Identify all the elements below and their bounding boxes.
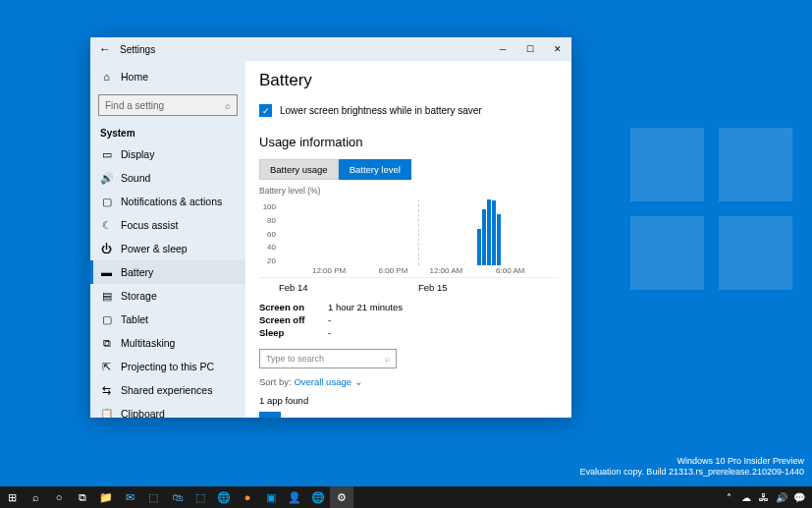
app-search-input[interactable]: Type to search ⌕ (259, 349, 397, 368)
taskbar-app[interactable]: 🌐 (306, 486, 330, 508)
level-bars (477, 199, 501, 265)
projecting-icon: ⇱ (100, 361, 113, 373)
taskview-button[interactable]: ⧉ (71, 486, 94, 508)
sidebar-item-projecting[interactable]: ⇱Projecting to this PC (90, 355, 245, 378)
chevron-down-icon: ⌄ (354, 376, 362, 387)
sidebar-label: Multitasking (121, 337, 175, 349)
bar (487, 199, 491, 265)
windows-logo-wallpaper (630, 128, 792, 290)
sidebar-label: Notifications & actions (121, 196, 222, 207)
taskbar-app[interactable]: 🛍 (165, 486, 189, 508)
settings-window: ← Settings ─ ☐ ✕ ⌂ Home Find a setting ⌕… (90, 37, 571, 418)
date-row: Feb 14 Feb 15 (259, 278, 558, 301)
notifications-icon: ▢ (100, 196, 113, 208)
date-1: Feb 14 (279, 282, 418, 293)
sidebar-item-focus[interactable]: ☾Focus assist (90, 213, 245, 237)
start-button[interactable]: ⊞ (0, 486, 24, 508)
taskbar-app[interactable]: 👤 (283, 486, 306, 508)
taskbar-app[interactable]: ✉ (118, 486, 141, 508)
date-2: Feb 15 (418, 282, 448, 293)
sidebar-item-clipboard[interactable]: 📋Clipboard (90, 402, 245, 418)
battery-chart: 100 80 60 40 20 12:00 (259, 199, 558, 278)
taskbar-app[interactable]: 📁 (94, 486, 118, 508)
search-placeholder: Find a setting (105, 100, 164, 111)
app-percent: 0% (544, 418, 558, 419)
taskbar-app[interactable]: ⬚ (189, 486, 212, 508)
tray-chevron-icon[interactable]: ˄ (720, 486, 737, 508)
bar (497, 214, 501, 265)
sidebar-item-power[interactable]: ⏻Power & sleep (90, 237, 245, 260)
taskbar-app-settings[interactable]: ⚙ (330, 486, 353, 508)
content-pane: Battery ✓ Lower screen brightness while … (245, 61, 571, 418)
sidebar-label: Focus assist (121, 219, 178, 231)
sidebar-label: Display (121, 148, 154, 160)
tray-network-icon[interactable]: 🖧 (755, 486, 773, 508)
checkbox-checked-icon: ✓ (259, 104, 272, 117)
sidebar-label: Home (121, 71, 148, 83)
sidebar-item-display[interactable]: ▭Display (90, 142, 245, 166)
search-icon: ⌕ (385, 354, 390, 364)
taskbar-app[interactable]: ● (236, 486, 259, 508)
battery-icon: ▬ (100, 266, 113, 279)
sidebar-label: Sound (121, 172, 150, 184)
bar (482, 209, 486, 265)
titlebar: ← Settings ─ ☐ ✕ (90, 37, 571, 61)
sidebar-item-multitasking[interactable]: ⧉Multitasking (90, 331, 245, 355)
tablet-icon: ▢ (100, 313, 113, 326)
sidebar-label: Battery (121, 266, 153, 278)
storage-icon: ▤ (100, 290, 113, 303)
sound-icon: 🔊 (100, 172, 113, 185)
search-icon: ⌕ (225, 100, 231, 111)
sidebar-label: Storage (121, 290, 157, 302)
bar (492, 200, 496, 265)
search-button[interactable]: ⌕ (24, 486, 47, 508)
sidebar-label: Shared experiences (121, 384, 212, 396)
sidebar-label: Projecting to this PC (121, 361, 214, 372)
sidebar-item-storage[interactable]: ▤Storage (90, 284, 245, 308)
close-button[interactable]: ✕ (544, 37, 571, 61)
app-list-item[interactable]: ⚙ System 0% (259, 412, 558, 418)
watermark: Windows 10 Pro Insider Preview Evaluatio… (580, 456, 805, 479)
back-button[interactable]: ← (90, 42, 120, 56)
display-icon: ▭ (100, 148, 113, 161)
brightness-checkbox-row[interactable]: ✓ Lower screen brightness while in batte… (259, 104, 558, 117)
sidebar-item-tablet[interactable]: ▢Tablet (90, 308, 245, 331)
focus-icon: ☾ (100, 219, 113, 232)
section-header: System (90, 122, 245, 142)
sidebar-item-notifications[interactable]: ▢Notifications & actions (90, 190, 245, 213)
taskbar-app[interactable]: ▣ (259, 486, 283, 508)
checkbox-label: Lower screen brightness while in battery… (280, 105, 482, 116)
search-input[interactable]: Find a setting ⌕ (98, 94, 238, 116)
multitasking-icon: ⧉ (100, 337, 113, 350)
tab-battery-usage[interactable]: Battery usage (259, 159, 339, 180)
shared-icon: ⇆ (100, 384, 113, 397)
clipboard-icon: 📋 (100, 408, 113, 419)
tray-onedrive-icon[interactable]: ☁ (737, 486, 755, 508)
system-tray: ˄ ☁ 🖧 🔊 💬 (720, 486, 812, 508)
day-divider (418, 199, 419, 265)
page-title: Battery (259, 71, 558, 90)
x-axis: 12:00 PM 6:00 PM 12:00 AM 6:00 AM (279, 266, 558, 277)
sort-dropdown[interactable]: Sort by: Overall usage ⌄ (259, 376, 558, 387)
tray-notifications-icon[interactable]: 💬 (790, 486, 808, 508)
sidebar-label: Tablet (121, 313, 148, 325)
app-name: System (289, 418, 536, 419)
taskbar-app[interactable]: 🌐 (212, 486, 236, 508)
apps-found-label: 1 app found (259, 395, 558, 406)
tray-volume-icon[interactable]: 🔊 (773, 486, 790, 508)
gear-icon: ⚙ (259, 412, 281, 418)
taskbar-app[interactable]: ⬚ (141, 486, 165, 508)
maximize-button[interactable]: ☐ (516, 37, 544, 61)
power-icon: ⏻ (100, 243, 113, 255)
cortana-button[interactable]: ○ (47, 486, 71, 508)
minimize-button[interactable]: ─ (489, 37, 516, 61)
sidebar-item-sound[interactable]: 🔊Sound (90, 166, 245, 190)
sidebar-item-battery[interactable]: ▬Battery (90, 260, 245, 284)
sidebar-item-home[interactable]: ⌂ Home (90, 65, 245, 88)
sidebar-item-shared[interactable]: ⇆Shared experiences (90, 378, 245, 402)
tab-battery-level[interactable]: Battery level (339, 159, 411, 180)
chart-y-label: Battery level (%) (259, 186, 558, 196)
sidebar-label: Clipboard (121, 408, 165, 418)
window-title: Settings (120, 44, 155, 55)
y-axis: 100 80 60 40 20 (259, 199, 279, 277)
